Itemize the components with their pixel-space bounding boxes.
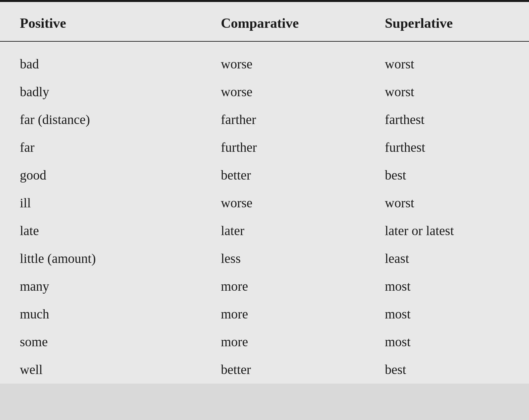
cell-superlative: worst <box>365 189 529 217</box>
cell-positive: far (distance) <box>0 106 201 134</box>
cell-comparative: farther <box>201 106 365 134</box>
table-row: somemoremost <box>0 328 529 356</box>
cell-superlative: worst <box>365 78 529 106</box>
table-row: goodbetterbest <box>0 161 529 189</box>
table-row: little (amount)lessleast <box>0 245 529 273</box>
cell-superlative: most <box>365 328 529 356</box>
cell-superlative: best <box>365 161 529 189</box>
cell-comparative: better <box>201 356 365 384</box>
cell-superlative: later or latest <box>365 217 529 245</box>
cell-comparative: more <box>201 328 365 356</box>
cell-comparative: less <box>201 245 365 273</box>
cell-comparative: worse <box>201 41 365 78</box>
cell-comparative: worse <box>201 78 365 106</box>
cell-positive: bad <box>0 41 201 78</box>
cell-superlative: worst <box>365 41 529 78</box>
table-row: far (distance)fartherfarthest <box>0 106 529 134</box>
table-row: badlyworseworst <box>0 78 529 106</box>
cell-superlative: most <box>365 273 529 300</box>
cell-superlative: most <box>365 300 529 328</box>
cell-superlative: furthest <box>365 134 529 161</box>
cell-comparative: later <box>201 217 365 245</box>
main-container: Positive Comparative Superlative badwors… <box>0 0 529 384</box>
table-row: manymoremost <box>0 273 529 300</box>
header-positive: Positive <box>0 2 201 41</box>
table-row: farfurtherfurthest <box>0 134 529 161</box>
table-row: muchmoremost <box>0 300 529 328</box>
cell-comparative: more <box>201 273 365 300</box>
cell-positive: much <box>0 300 201 328</box>
cell-positive: little (amount) <box>0 245 201 273</box>
cell-positive: ill <box>0 189 201 217</box>
cell-positive: far <box>0 134 201 161</box>
cell-positive: good <box>0 161 201 189</box>
cell-superlative: least <box>365 245 529 273</box>
header-row: Positive Comparative Superlative <box>0 2 529 41</box>
cell-positive: late <box>0 217 201 245</box>
cell-comparative: better <box>201 161 365 189</box>
cell-positive: badly <box>0 78 201 106</box>
adjective-table: Positive Comparative Superlative badwors… <box>0 2 529 384</box>
table-row: latelaterlater or latest <box>0 217 529 245</box>
table-row: illworseworst <box>0 189 529 217</box>
header-superlative: Superlative <box>365 2 529 41</box>
table-row: wellbetterbest <box>0 356 529 384</box>
cell-comparative: more <box>201 300 365 328</box>
cell-positive: some <box>0 328 201 356</box>
cell-comparative: further <box>201 134 365 161</box>
cell-comparative: worse <box>201 189 365 217</box>
cell-superlative: farthest <box>365 106 529 134</box>
header-comparative: Comparative <box>201 2 365 41</box>
cell-positive: many <box>0 273 201 300</box>
cell-superlative: best <box>365 356 529 384</box>
table-row: badworseworst <box>0 41 529 78</box>
cell-positive: well <box>0 356 201 384</box>
